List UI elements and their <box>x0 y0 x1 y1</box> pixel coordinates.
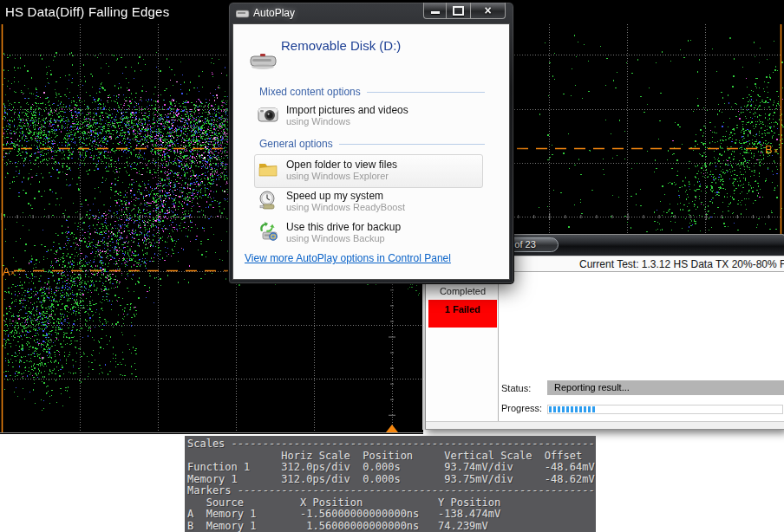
scales-line: Horiz Scale Position Vertical Scale Offs… <box>187 451 596 463</box>
progress-bar-fill <box>549 406 596 412</box>
failed-badge: 1 Failed <box>428 300 497 328</box>
section-label: General options <box>259 138 333 150</box>
item-subtitle: using Windows <box>286 116 408 127</box>
minimize-icon <box>431 11 440 14</box>
section-label: Mixed content options <box>259 86 361 98</box>
scales-line: Function 1 312.0ps/div 0.000s 93.74mV/di… <box>187 462 596 474</box>
scales-line: Scales ---------------------------------… <box>187 438 596 451</box>
item-title: Speed up my system <box>286 190 405 202</box>
camera-icon <box>258 104 278 125</box>
view-more-autoplay-link[interactable]: View more AutoPlay options in Control Pa… <box>245 252 451 264</box>
autoplay-dialog: AutoPlay × Removable Disk (D:) Mixed con… <box>228 2 514 284</box>
status-label: Status: <box>501 383 531 393</box>
completed-label: Completed <box>428 286 498 296</box>
close-icon: × <box>484 4 491 16</box>
scales-line: A Memory 1 -1.56000000000000ns -138.474m… <box>187 509 596 521</box>
test-status-column: Completed 1 Failed <box>428 274 499 421</box>
backup-icon <box>258 221 278 242</box>
item-title: Import pictures and videos <box>286 104 408 116</box>
scales-line: B Memory 1 1.56000000000000ns 74.239mV <box>187 521 596 532</box>
status-value: Reporting result... <box>547 380 784 395</box>
item-subtitle: using Windows Explorer <box>286 171 397 182</box>
scales-markers-panel: Scales ---------------------------------… <box>185 436 596 532</box>
section-rule <box>367 92 485 93</box>
item-subtitle: using Windows ReadyBoost <box>286 202 405 213</box>
autoplay-item-open-folder[interactable]: Open folder to view files using Windows … <box>258 159 397 182</box>
item-subtitle: using Windows Backup <box>286 233 401 244</box>
item-title: Open folder to view files <box>286 159 397 171</box>
maximize-button[interactable] <box>447 3 470 19</box>
scope-title: HS Data(Diff) Falling Edges <box>5 4 169 19</box>
test-window-footer <box>426 421 784 429</box>
section-rule <box>339 144 485 145</box>
readyboost-icon <box>258 190 278 211</box>
scales-line: Markers --------------------------------… <box>187 485 596 497</box>
removable-disk-icon <box>249 49 278 72</box>
progress-bar <box>547 405 783 414</box>
autoplay-item-import-pictures[interactable]: Import pictures and videos using Windows <box>258 104 408 127</box>
autoplay-item-speed-up[interactable]: Speed up my system using Windows ReadyBo… <box>258 190 405 213</box>
item-title: Use this drive for backup <box>286 221 401 233</box>
autoplay-body: Removable Disk (D:) Mixed content option… <box>232 23 510 280</box>
minimize-button[interactable] <box>423 3 447 19</box>
maximize-icon <box>453 6 464 16</box>
section-mixed-content: Mixed content options <box>259 86 485 98</box>
scales-line: Source X Position Y Position <box>187 497 596 509</box>
section-general-options: General options <box>259 138 485 150</box>
progress-label: Progress: <box>501 403 542 413</box>
folder-icon <box>258 159 278 179</box>
scales-line: Memory 1 312.0ps/div 0.000s 93.75mV/div … <box>187 474 596 486</box>
close-button[interactable]: × <box>470 3 506 19</box>
autoplay-item-backup[interactable]: Use this drive for backup using Windows … <box>258 221 401 244</box>
autoplay-title: AutoPlay <box>253 7 295 19</box>
autoplay-heading: Removable Disk (D:) <box>281 38 401 53</box>
autoplay-titlebar[interactable]: AutoPlay × <box>229 3 513 23</box>
window-controls: × <box>423 3 506 19</box>
drive-icon <box>236 9 250 18</box>
